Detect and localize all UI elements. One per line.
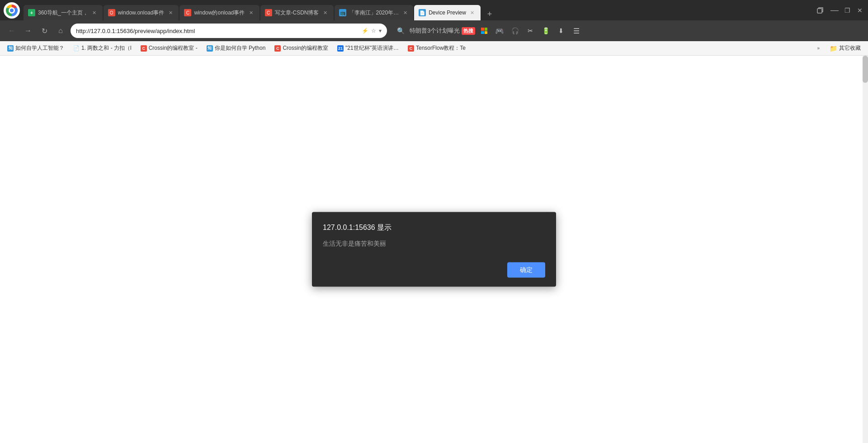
bookmark-label-crossin1: Crossin的编程教室 - bbox=[149, 44, 198, 52]
headphone-icon[interactable]: 🎧 bbox=[509, 24, 521, 37]
tab-title-csdn: 写文章-CSDN博客 bbox=[275, 9, 319, 17]
menu-icon[interactable]: ☰ bbox=[570, 24, 583, 37]
minimize-button[interactable]: — bbox=[830, 6, 839, 15]
svg-point-4 bbox=[10, 9, 14, 12]
tab-close-device-preview[interactable]: ✕ bbox=[469, 9, 476, 16]
tab-title-onload2: window的onload事件 bbox=[194, 9, 245, 17]
scrollbar-thumb[interactable] bbox=[863, 56, 868, 83]
address-bar[interactable]: http://127.0.0.1:15636/preview/app/index… bbox=[71, 24, 387, 38]
star-icon: ☆ bbox=[371, 28, 376, 34]
new-tab-button[interactable]: + bbox=[483, 8, 496, 20]
tab-csdn[interactable]: C 写文章-CSDN博客 ✕ bbox=[260, 5, 334, 20]
bookmark-label-zhihu-python: 你是如何自学 Python bbox=[215, 44, 266, 52]
tab-title-onload1: window.onload事件 bbox=[118, 9, 165, 17]
hot-tag: 热搜 bbox=[462, 27, 475, 35]
browser-logo bbox=[4, 2, 20, 19]
tab-title-linanjiang: 「李南江」2020年… bbox=[349, 9, 399, 17]
tab-favicon-linanjiang: 📺 bbox=[339, 9, 346, 16]
battery-icon[interactable]: 🔋 bbox=[539, 24, 552, 37]
alert-ok-button[interactable]: 确定 bbox=[507, 262, 545, 278]
bookmark-label-tensorflow: TensorFlow教程：Te bbox=[416, 44, 466, 52]
bookmark-favicon-crossin2: C bbox=[274, 45, 281, 52]
bookmark-other-label: 其它收藏 bbox=[839, 44, 861, 52]
close-button[interactable]: ✕ bbox=[855, 6, 864, 15]
alert-title: 127.0.0.1:15636 显示 bbox=[323, 223, 545, 233]
lightning-icon: ⚡ bbox=[362, 28, 368, 34]
bookmark-folder-other[interactable]: 📁 其它收藏 bbox=[826, 43, 864, 53]
restore-window-icon bbox=[814, 4, 826, 17]
back-button[interactable]: ← bbox=[5, 24, 18, 37]
reload-button[interactable]: ↻ bbox=[38, 24, 51, 37]
bookmark-leetcode[interactable]: 📄 1. 两数之和 - 力扣（l bbox=[70, 43, 135, 53]
tab-360[interactable]: + 360导航_一个主页， ✕ bbox=[24, 5, 103, 20]
bookmark-label-ai: 如何自学人工智能？ bbox=[15, 44, 64, 52]
tab-close-onload1[interactable]: ✕ bbox=[167, 9, 174, 16]
home-button[interactable]: ⌂ bbox=[54, 24, 67, 37]
game-icon[interactable]: 🎮 bbox=[493, 24, 506, 37]
window-controls: — ❐ ✕ bbox=[814, 4, 864, 17]
restore-button[interactable]: ❐ bbox=[843, 6, 852, 15]
download-icon[interactable]: ⬇ bbox=[555, 24, 567, 37]
tab-favicon-360: + bbox=[28, 9, 35, 16]
bookmark-favicon-zhihu-python: 知 bbox=[207, 45, 213, 52]
bookmark-label-crossin2: Crossin的编程教室 bbox=[283, 44, 328, 52]
search-icon: 🔍 bbox=[394, 24, 407, 37]
bookmark-favicon-crossin1: C bbox=[141, 45, 147, 52]
bookmark-label-leetcode: 1. 两数之和 - 力扣（l bbox=[81, 44, 132, 52]
bookmark-label-21cup: "21世纪杯"英语演讲… bbox=[345, 44, 399, 52]
bookmark-zhihu-python[interactable]: 知 你是如何自学 Python bbox=[203, 43, 269, 53]
tabs-container: + 360导航_一个主页， ✕ O window.onload事件 ✕ C wi… bbox=[24, 0, 810, 20]
address-text: http://127.0.0.1:15636/preview/app/index… bbox=[76, 28, 359, 34]
search-text: 特朗普3个计划曝光 bbox=[410, 27, 460, 35]
bookmark-favicon-ai: 知 bbox=[7, 45, 14, 52]
svg-rect-5 bbox=[817, 9, 822, 13]
browser-frame: + 360导航_一个主页， ✕ O window.onload事件 ✕ C wi… bbox=[0, 0, 868, 443]
bookmark-21cup[interactable]: 21 "21世纪杯"英语演讲… bbox=[334, 43, 402, 53]
tab-device-preview[interactable]: 📄 Device Preview ✕ bbox=[414, 5, 481, 20]
tab-close-360[interactable]: ✕ bbox=[91, 9, 98, 16]
scrollbar-track[interactable] bbox=[863, 56, 868, 443]
bookmark-ai[interactable]: 知 如何自学人工智能？ bbox=[4, 43, 68, 53]
bookmark-crossin2[interactable]: C Crossin的编程教室 bbox=[271, 43, 332, 53]
tab-close-csdn[interactable]: ✕ bbox=[322, 9, 329, 16]
nav-bar: ← → ↻ ⌂ http://127.0.0.1:15636/preview/a… bbox=[0, 20, 868, 41]
bookmark-crossin1[interactable]: C Crossin的编程教室 - bbox=[137, 43, 201, 53]
tab-favicon-onload2: C bbox=[184, 9, 191, 16]
tab-favicon-onload1: O bbox=[108, 9, 115, 16]
alert-dialog: 127.0.0.1:15636 显示 生活无非是痛苦和美丽 确定 bbox=[312, 212, 556, 287]
tab-favicon-device-preview: 📄 bbox=[419, 9, 426, 16]
tab-close-onload2[interactable]: ✕ bbox=[248, 9, 255, 16]
bookmark-favicon-leetcode: 📄 bbox=[73, 45, 80, 52]
folder-icon: 📁 bbox=[830, 45, 837, 52]
bookmarks-more-button[interactable]: » bbox=[814, 45, 822, 52]
alert-message: 生活无非是痛苦和美丽 bbox=[323, 240, 545, 248]
scissors-icon[interactable]: ✂ bbox=[524, 24, 537, 37]
nav-right: 🔍 特朗普3个计划曝光 热搜 🎮 🎧 ✂ 🔋 bbox=[394, 24, 583, 37]
windows-icon[interactable] bbox=[478, 24, 491, 37]
tab-title-device-preview: Device Preview bbox=[429, 10, 466, 16]
bookmark-tensorflow[interactable]: C TensorFlow教程：Te bbox=[404, 43, 469, 53]
more-chevron-icon: » bbox=[817, 46, 820, 51]
page-content: 127.0.0.1:15636 显示 生活无非是痛苦和美丽 确定 bbox=[0, 56, 868, 443]
alert-footer: 确定 bbox=[323, 262, 545, 278]
tab-close-linanjiang[interactable]: ✕ bbox=[401, 9, 409, 16]
bookmarks-bar: 知 如何自学人工智能？ 📄 1. 两数之和 - 力扣（l C Crossin的编… bbox=[0, 41, 868, 56]
tab-favicon-csdn: C bbox=[265, 9, 272, 16]
tab-onload1[interactable]: O window.onload事件 ✕ bbox=[104, 5, 179, 20]
search-box[interactable]: 特朗普3个计划曝光 热搜 bbox=[410, 27, 475, 35]
forward-button[interactable]: → bbox=[22, 24, 34, 37]
bookmark-favicon-tensorflow: C bbox=[408, 45, 414, 52]
bookmark-favicon-21cup: 21 bbox=[337, 45, 344, 52]
tab-title-360: 360导航_一个主页， bbox=[38, 9, 88, 17]
tab-linanjiang[interactable]: 📺 「李南江」2020年… ✕ bbox=[335, 5, 414, 20]
chevron-down-icon: ▾ bbox=[379, 28, 382, 34]
title-bar: + 360导航_一个主页， ✕ O window.onload事件 ✕ C wi… bbox=[0, 0, 868, 20]
tab-onload2[interactable]: C window的onload事件 ✕ bbox=[179, 5, 259, 20]
